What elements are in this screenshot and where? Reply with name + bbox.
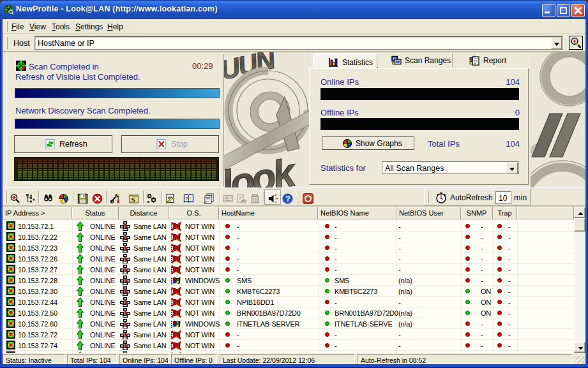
svg-text:!: !: [190, 196, 192, 202]
svg-text:?: ?: [185, 196, 188, 202]
svg-text:?: ?: [285, 195, 290, 203]
svg-text:S: S: [132, 196, 135, 203]
